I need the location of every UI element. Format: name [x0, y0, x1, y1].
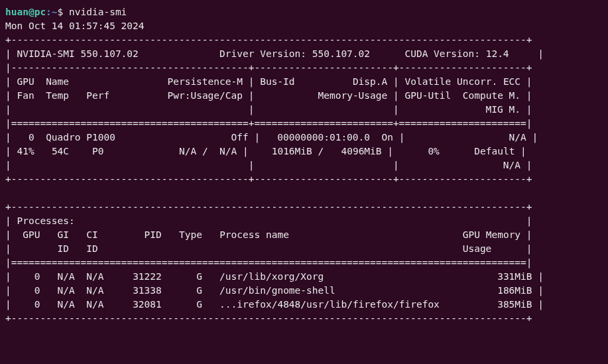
- proc-name: ...irefox/4848/usr/lib/firefox/firefox: [219, 299, 440, 310]
- gpu-ecc: N/A: [509, 132, 526, 143]
- gpu-mem-used: 1016MiB: [272, 146, 312, 156]
- proc-name: /usr/bin/gnome-shell: [219, 285, 335, 296]
- border-top: +---------------------------------------…: [5, 34, 532, 45]
- gpu-mig: N/A: [503, 160, 520, 170]
- col-gpuutil: GPU-Util: [404, 90, 451, 101]
- gpu-busid: 00000000:01:00.0: [277, 132, 370, 143]
- smi-label: NVIDIA-SMI: [17, 48, 74, 59]
- proc-gpu: 0: [34, 271, 40, 282]
- col-perf: Perf: [86, 90, 109, 101]
- gpu-pwr: N/A / N/A: [179, 146, 237, 156]
- pcol-ci: CI: [86, 229, 97, 240]
- pcol-type: Type: [179, 229, 202, 240]
- gpu-name: Quadro P1000: [46, 132, 115, 143]
- proc-type: G: [196, 285, 202, 296]
- pcol-pname: Process name: [219, 229, 289, 240]
- proc-gpu: 0: [34, 299, 40, 310]
- smi-version: 550.107.02: [81, 48, 139, 59]
- gpu-mem-total: 4096MiB: [341, 146, 381, 156]
- col-pwr: Pwr:Usage/Cap: [168, 90, 243, 101]
- proc-type: G: [196, 271, 202, 282]
- proc-mem: 186MiB: [497, 285, 532, 296]
- col-busid: Bus-Id: [260, 76, 294, 87]
- prompt-user: huan@pc: [5, 7, 46, 17]
- proc-pid: 31222: [133, 271, 162, 282]
- proc-ci: N/A: [86, 285, 103, 296]
- gpu-persistence: Off: [231, 132, 249, 143]
- col-compute: Compute M.: [463, 90, 520, 101]
- col-fan: Fan: [17, 90, 34, 101]
- pcol-pid: PID: [145, 229, 162, 240]
- pcol-gi-id: ID: [58, 243, 69, 254]
- col-mig: MIG M.: [486, 104, 520, 115]
- prompt-symbol: $: [58, 7, 64, 17]
- cuda-version: 12.4: [486, 48, 509, 59]
- pcol-gi: GI: [58, 229, 69, 240]
- proc-gpu: 0: [34, 285, 40, 296]
- proc-pid: 32081: [133, 299, 162, 310]
- cuda-label: CUDA Version:: [404, 48, 480, 59]
- col-gpu: GPU: [17, 76, 34, 87]
- pcol-usage: Usage: [463, 243, 492, 254]
- col-volatile: Volatile: [404, 76, 451, 87]
- col-dispa: Disp.A: [353, 76, 387, 87]
- gpu-util: 0%: [428, 146, 439, 156]
- proc-name: /usr/lib/xorg/Xorg: [219, 271, 324, 282]
- prompt-sep: :: [46, 7, 52, 17]
- proc-pid: 31338: [133, 285, 162, 296]
- pcol-ci-id: ID: [86, 243, 97, 254]
- proc-ci: N/A: [86, 299, 103, 310]
- col-uncorr: Uncorr. ECC: [457, 76, 520, 87]
- gpu-perf: P0: [92, 146, 103, 156]
- timestamp: Mon Oct 14 01:57:45 2024: [5, 21, 145, 31]
- gpu-dispa: On: [382, 132, 393, 143]
- col-memusage: Memory-Usage: [318, 90, 388, 101]
- col-persistence: Persistence-M: [167, 76, 243, 87]
- col-temp: Temp: [46, 90, 69, 101]
- gpu-compute: Default: [474, 146, 515, 156]
- proc-gi: N/A: [58, 299, 75, 310]
- command: nvidia-smi: [69, 7, 127, 17]
- proc-type: G: [196, 299, 202, 310]
- gpu-fan: 41%: [17, 146, 34, 156]
- proc-gi: N/A: [58, 271, 75, 282]
- processes-title: Processes:: [17, 215, 74, 226]
- driver-version: 550.107.02: [312, 48, 370, 59]
- proc-ci: N/A: [86, 271, 103, 282]
- proc-gi: N/A: [58, 285, 75, 296]
- pcol-gmem: GPU Memory: [463, 229, 520, 240]
- col-name: Name: [46, 76, 69, 87]
- terminal-output[interactable]: huan@pc:~$ nvidia-smi Mon Oct 14 01:57:4…: [5, 5, 603, 326]
- driver-label: Driver Version:: [219, 48, 306, 59]
- proc-mem: 385MiB: [497, 299, 532, 310]
- gpu-temp: 54C: [52, 146, 69, 156]
- prompt-path: ~: [52, 7, 58, 17]
- gpu-index: 0: [29, 132, 34, 143]
- proc-mem: 331MiB: [497, 271, 532, 282]
- pcol-gpu: GPU: [23, 229, 40, 240]
